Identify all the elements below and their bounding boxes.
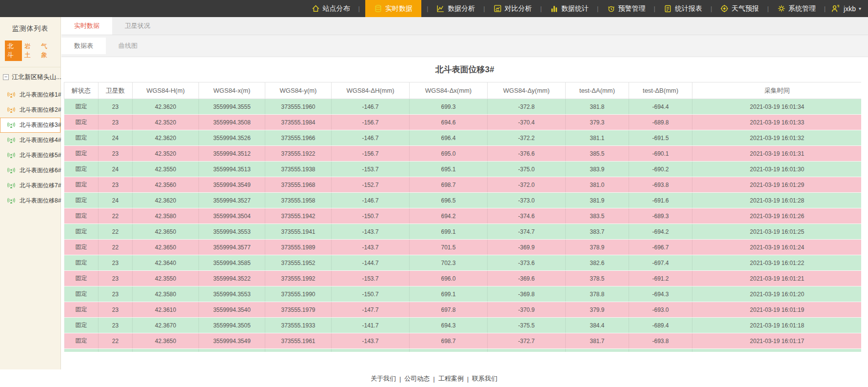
sidebar-item[interactable]: 北斗表面位移6# bbox=[0, 163, 60, 178]
table-scroll-area[interactable]: 解状态 卫星数 WGS84-H(m) WGS84-x(m) WGS84-y(m)… bbox=[64, 82, 861, 352]
table-cell-collect-time: 2021-03-19 16:01:20 bbox=[692, 286, 862, 302]
nav-item[interactable]: 统计报表 bbox=[661, 0, 705, 17]
antenna-signal-icon bbox=[7, 91, 16, 99]
table-cell-wgs84-y: 373555.1979 bbox=[265, 302, 332, 318]
nav-item[interactable]: 对比分析 bbox=[491, 0, 535, 17]
table-cell-test-da: 378.9 bbox=[566, 240, 629, 255]
nav-item[interactable]: 数据分析 bbox=[434, 0, 478, 17]
antenna-signal-icon bbox=[7, 122, 16, 129]
table-cell-test-da: 378.5 bbox=[566, 271, 629, 286]
user-menu[interactable]: | jxkb ▾ bbox=[819, 0, 861, 17]
footer-link[interactable]: 工程案例 bbox=[438, 374, 464, 383]
sidebar-item[interactable]: 北斗表面位移7# bbox=[0, 178, 60, 193]
table-cell-wgs84-x: 3559994.3513 bbox=[199, 162, 265, 177]
sidebar-tab[interactable]: 北斗 bbox=[5, 41, 22, 61]
sidebar-item-label: 北斗表面位移8# bbox=[20, 197, 61, 205]
table-cell-wgs84-h: 42.3520 bbox=[133, 146, 199, 162]
table-cell-test-db: -694.3 bbox=[629, 286, 692, 302]
table-body: 固定 23 42.3620 3559994.3555 373555.1960 -… bbox=[64, 99, 862, 352]
footer-link[interactable]: 公司动态 bbox=[404, 374, 430, 383]
table-cell-solution-status: 固定 bbox=[64, 99, 99, 115]
table-cell-test-db: -694.2 bbox=[629, 224, 692, 240]
sidebar-item[interactable]: 北斗表面位移1# bbox=[0, 87, 60, 102]
table-cell-wgs84-dh: -151.7 bbox=[332, 349, 410, 352]
sidebar-item[interactable]: 北斗表面位移2# bbox=[0, 102, 60, 118]
secondary-tab[interactable]: 数据表 bbox=[61, 38, 106, 54]
sidebar-item-label: 北斗表面位移6# bbox=[20, 166, 61, 175]
table-cell-wgs84-dh: -147.7 bbox=[332, 302, 410, 318]
table-cell-wgs84-dy: -374.7 bbox=[488, 224, 566, 240]
table-cell-test-db: -693.3 bbox=[629, 349, 692, 352]
table-cell-wgs84-h: 42.3640 bbox=[133, 255, 199, 271]
sidebar: 监测体列表 北斗 岩土 气象 − 江北新区猪头山... 北斗表面位移1# bbox=[0, 17, 61, 369]
table-cell-wgs84-dx: 694.2 bbox=[410, 208, 488, 224]
nav-item[interactable]: 实时数据 bbox=[365, 0, 421, 17]
table-cell-wgs84-h: 42.3650 bbox=[133, 333, 199, 349]
chevron-down-icon: ▾ bbox=[859, 6, 861, 11]
table-cell-satellite-count: 23 bbox=[99, 271, 133, 286]
nav-item-label: 对比分析 bbox=[505, 4, 532, 13]
nav-separator: | bbox=[540, 5, 542, 12]
table-cell-wgs84-h: 42.3620 bbox=[133, 99, 199, 115]
table-cell-wgs84-y: 373555.1952 bbox=[265, 255, 332, 271]
sidebar-item-label: 北斗表面位移5# bbox=[20, 151, 61, 160]
sidebar-item[interactable]: 北斗表面位移5# bbox=[0, 148, 60, 163]
table-cell-wgs84-dh: -143.7 bbox=[332, 240, 410, 255]
footer-link[interactable]: 关于我们 bbox=[371, 374, 396, 383]
chart-board-icon bbox=[493, 4, 502, 13]
table-cell-wgs84-x: 3559994.3555 bbox=[199, 99, 265, 115]
primary-tab[interactable]: 实时数据 bbox=[61, 17, 112, 35]
table-cell-solution-status: 固定 bbox=[64, 302, 99, 318]
table-cell-test-da: 381.7 bbox=[566, 333, 629, 349]
collapse-toggle-icon[interactable]: − bbox=[3, 74, 9, 80]
table-cell-test-db: -693.8 bbox=[629, 177, 692, 193]
nav-item[interactable]: 预警管理 bbox=[604, 0, 649, 17]
nav-menu: | 站点分布 | 实时数据 | bbox=[309, 0, 819, 17]
table-cell-wgs84-h: 42.3550 bbox=[133, 271, 199, 286]
table-cell-wgs84-dx: 696.5 bbox=[410, 193, 488, 208]
sidebar-tab[interactable]: 岩土 bbox=[22, 41, 39, 61]
table-header-cell: 解状态 bbox=[64, 82, 99, 99]
table-cell-wgs84-dx: 702.3 bbox=[410, 255, 488, 271]
table-cell-wgs84-dh: -152.7 bbox=[332, 177, 410, 193]
table-cell-collect-time: 2021-03-19 16:01:30 bbox=[692, 162, 862, 177]
nav-item[interactable]: 数据统计 bbox=[547, 0, 592, 17]
table-cell-wgs84-y: 373555.1941 bbox=[265, 224, 332, 240]
table-cell-wgs84-dh: -141.7 bbox=[332, 318, 410, 333]
table-cell-wgs84-y: 373555.1922 bbox=[265, 146, 332, 162]
table-cell-test-da: 379.3 bbox=[566, 115, 629, 130]
table-cell-wgs84-h: 42.3560 bbox=[133, 177, 199, 193]
table-cell-satellite-count: 23 bbox=[99, 302, 133, 318]
table-cell-solution-status: 固定 bbox=[64, 224, 99, 240]
table-cell-wgs84-dx: 698.7 bbox=[410, 177, 488, 193]
sidebar-item[interactable]: 北斗表面位移3# bbox=[0, 118, 60, 133]
table-cell-test-db: -694.4 bbox=[629, 99, 692, 115]
tree-root-node[interactable]: − 江北新区猪头山... bbox=[0, 67, 60, 86]
sidebar-item[interactable]: 北斗表面位移4# bbox=[0, 133, 60, 148]
table-cell-test-da: 381.1 bbox=[566, 130, 629, 146]
table-cell-wgs84-h: 42.3620 bbox=[133, 193, 199, 208]
primary-tab[interactable]: 卫星状况 bbox=[112, 17, 163, 35]
secondary-tab[interactable]: 曲线图 bbox=[106, 38, 150, 54]
page-footer: | 关于我们 | 公司动态 | 工程案例 | 联系我们 bbox=[0, 369, 868, 387]
table-cell-test-db: -693.8 bbox=[629, 333, 692, 349]
table-header-cell: WGS84-Δx(mm) bbox=[410, 82, 488, 99]
nav-separator: | bbox=[427, 5, 428, 12]
table-cell-collect-time: 2021-03-19 16:01:28 bbox=[692, 193, 862, 208]
nav-item[interactable]: 天气预报 bbox=[717, 0, 762, 17]
table-cell-wgs84-x: 3559994.3553 bbox=[199, 224, 265, 240]
footer-link[interactable]: 联系我们 bbox=[472, 374, 497, 383]
nav-item[interactable]: 站点分布 bbox=[309, 0, 353, 17]
table-row: 固定 23 42.3610 3559994.3540 373555.1979 -… bbox=[64, 302, 862, 318]
table-cell-collect-time: 2021-03-19 16:01:21 bbox=[692, 271, 862, 286]
table-cell-wgs84-dh: -143.7 bbox=[332, 333, 410, 349]
sidebar-item[interactable]: 北斗表面位移8# bbox=[0, 193, 60, 208]
sidebar-tab[interactable]: 气象 bbox=[39, 41, 56, 61]
table-cell-wgs84-h: 42.3670 bbox=[133, 318, 199, 333]
table-row: 固定 23 42.3640 3559994.3585 373555.1952 -… bbox=[64, 255, 862, 271]
table-row: 固定 23 42.3560 3559994.3549 373555.1968 -… bbox=[64, 177, 862, 193]
nav-item[interactable]: 系统管理 bbox=[774, 0, 819, 17]
table-cell-wgs84-y: 373555.1990 bbox=[265, 286, 332, 302]
table-cell-wgs84-x: 3559994.3508 bbox=[199, 115, 265, 130]
table-cell-collect-time: 2021-03-19 16:01:34 bbox=[692, 99, 862, 115]
